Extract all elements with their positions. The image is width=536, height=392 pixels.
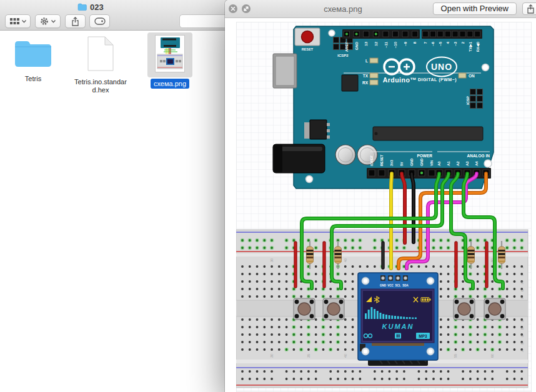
uno-label: UNO — [431, 62, 452, 72]
reset-label: RESET — [302, 47, 314, 51]
preview-image: 3030353540404545505055556060JIHGFEDCBA — [236, 22, 532, 392]
power-pin-label: RESET — [380, 154, 384, 166]
quicklook-titlebar[interactable]: схема.png Open with Preview — [225, 0, 536, 18]
power-pin-label: GND — [420, 159, 424, 166]
fullscreen-icon — [242, 4, 251, 13]
oled-pin-label: SCL — [395, 284, 401, 287]
pause-icon — [395, 333, 401, 339]
image-thumbnail-icon — [155, 35, 185, 72]
digital-pin-label: GND — [355, 41, 359, 50]
fullscreen-button[interactable] — [242, 4, 251, 13]
analog-pin-label: A5 — [484, 161, 488, 166]
digital-pin-label: ~6 — [431, 41, 435, 46]
power-pin-label: IOREF — [370, 155, 374, 166]
file-label: Tetris — [7, 75, 59, 83]
open-with-preview-button[interactable]: Open with Preview — [433, 2, 517, 15]
view-options-button[interactable] — [5, 14, 31, 28]
arduino-brand-label: Arduino™ — [383, 76, 417, 84]
close-icon — [229, 4, 237, 13]
digital-pin-label: ~3 — [454, 41, 457, 46]
chevron-down-icon — [22, 20, 26, 23]
mp3-badge-label: MP3 — [419, 334, 427, 338]
push-button — [294, 298, 315, 320]
analog-pin-label: A2 — [456, 161, 460, 166]
close-button[interactable] — [229, 4, 237, 13]
usb-chip — [342, 75, 358, 91]
oled-module: GNDVCCSCLSDA KUMAN — [358, 273, 438, 366]
document-icon — [87, 36, 114, 71]
digital-pin-label: RX◀0 — [476, 41, 480, 52]
wire-black-gnd — [412, 174, 414, 242]
led-l-label: L — [365, 59, 368, 63]
led-tx-label: TX — [363, 74, 369, 78]
bb-column-number: 35 — [307, 354, 310, 358]
bb-column-number: 60 — [490, 354, 494, 358]
voltage-regulator — [304, 120, 330, 139]
bb-row-letter: H — [520, 282, 524, 284]
share-icon — [527, 4, 535, 14]
grid-view-icon — [10, 18, 19, 25]
schema-diagram-image: 3030353540404545505055556060JIHGFEDCBA — [236, 22, 532, 392]
power-pin-label: 5V — [400, 162, 404, 166]
arduino-uno-board: RESET ICSP2 AREFGND1312~11~10~987~6~54~3… — [273, 26, 494, 189]
usb-port — [273, 54, 297, 88]
bb-row-letter: J — [520, 267, 524, 268]
reset-button — [295, 28, 320, 46]
oled-pin-label: GND — [380, 284, 387, 287]
finder-window-title: 023 — [90, 2, 104, 12]
action-menu-button[interactable] — [35, 14, 61, 28]
bb-row-letter: E — [520, 320, 524, 322]
folder-icon — [14, 39, 52, 68]
bb-column-number: 40 — [344, 354, 347, 358]
icsp2-label: ICSP2 — [337, 54, 349, 57]
power-pin-label: GND — [410, 159, 414, 166]
digital-pin-label: 12 — [374, 41, 378, 46]
digital-pin-label: AREF — [345, 42, 349, 52]
digital-pin-label: ~9 — [404, 41, 407, 46]
power-label: POWER — [417, 154, 432, 158]
icsp-label: ICSP — [466, 96, 470, 105]
quicklook-title: схема.png — [262, 4, 424, 14]
folder-icon — [77, 3, 87, 11]
chevron-down-icon — [51, 20, 56, 23]
led-rx-label: RX — [362, 81, 369, 85]
tag-icon — [94, 17, 106, 25]
oled-brand-label: KUMAN — [382, 323, 414, 330]
push-button — [454, 298, 475, 320]
quicklook-share-button[interactable] — [522, 2, 536, 15]
digital-pin-label: ~10 — [394, 41, 397, 48]
bb-row-letter: A — [520, 350, 524, 352]
finder-window-title-area: 023 — [77, 2, 104, 12]
analog-pin-label: A3 — [465, 161, 469, 166]
file-item-document[interactable]: Tetris.ino.standard.hex — [71, 36, 130, 94]
file-item-folder[interactable]: Tetris — [7, 39, 59, 83]
digital-pin-label: ~11 — [384, 41, 388, 48]
bb-column-number: 30 — [270, 354, 274, 358]
digital-pin-label: ~5 — [439, 41, 442, 46]
share-icon — [71, 17, 79, 26]
push-button — [484, 298, 505, 320]
mp3-badge: MP3 — [416, 333, 430, 339]
selection-highlight — [147, 32, 192, 77]
push-button — [323, 298, 344, 320]
file-label: Tetris.ino.standard.hex — [71, 78, 130, 94]
power-pin-label: 3V3 — [390, 160, 394, 166]
analog-in-label: ANALOG IN — [467, 154, 490, 158]
quicklook-window: схема.png Open with Preview — [225, 0, 536, 392]
power-pin-label: VIN — [430, 160, 434, 166]
digital-pin-label: 13 — [364, 41, 368, 46]
tag-button[interactable] — [89, 14, 110, 28]
bb-column-number: 30 — [270, 258, 274, 262]
oled-pin-label: VCC — [387, 284, 394, 287]
share-button[interactable] — [65, 14, 86, 28]
bb-row-letter: C — [520, 335, 524, 337]
analog-pin-label: A4 — [475, 161, 479, 166]
file-label-selected: схема.png — [151, 79, 189, 89]
bb-row-letter: G — [520, 289, 524, 292]
led-on-label: ON — [469, 74, 475, 78]
oled-pin-label: SDA — [402, 284, 409, 287]
bb-row-letter: D — [520, 327, 524, 330]
wire-yellow-3v3 — [391, 174, 392, 268]
bb-row-letter: B — [520, 342, 524, 345]
file-item-image[interactable]: схема.png — [140, 32, 200, 89]
